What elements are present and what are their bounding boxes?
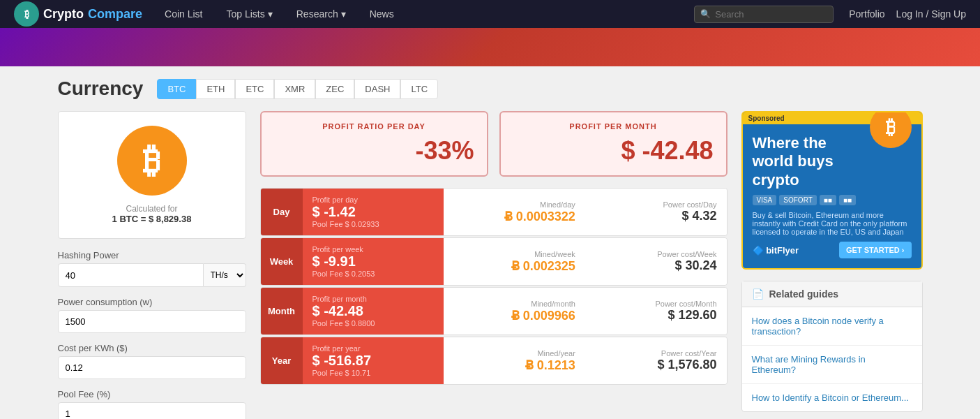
brand-crypto: Crypto <box>43 7 84 22</box>
auth-link[interactable]: Log In / Sign Up <box>896 8 966 20</box>
banner-strip <box>0 28 980 66</box>
mined-value-0: Ƀ 0.0003322 <box>453 209 575 224</box>
power-value-1: $ 30.24 <box>595 258 717 273</box>
profit-label-2: Profit per month <box>312 295 435 303</box>
power-consumption-group: Power consumption (w) <box>58 297 246 333</box>
nav-coin-list[interactable]: Coin List <box>156 8 211 20</box>
ad-footer: 🔷 bitFlyer GET STARTED › <box>753 242 912 258</box>
pool-fee-label: Pool Fee (%) <box>58 389 246 399</box>
period-cell-2: Month <box>261 288 303 335</box>
svg-text:₿: ₿ <box>24 8 29 20</box>
currency-tab-ltc[interactable]: LTC <box>400 79 438 99</box>
pool-fee-input[interactable] <box>58 402 246 419</box>
profit-cell-0: Profit per day $ -1.42 Pool Fee $ 0.0293… <box>303 189 444 235</box>
power-label-3: Power cost/Year <box>595 349 717 358</box>
profit-fee-0: Pool Fee $ 0.02933 <box>312 220 435 228</box>
data-row-month: Month Profit per month $ -42.48 Pool Fee… <box>260 287 728 335</box>
profit-label-1: Profit per week <box>312 245 435 253</box>
period-cell-0: Day <box>261 189 303 235</box>
data-row-week: Week Profit per week $ -9.91 Pool Fee $ … <box>260 237 728 286</box>
profit-month-label: PROFIT PER MONTH <box>513 122 714 131</box>
data-row-day: Day Profit per day $ -1.42 Pool Fee $ 0.… <box>260 188 728 236</box>
guide-link-0[interactable]: How does a Bitcoin node verify a transac… <box>742 307 922 346</box>
period-cell-3: Year <box>261 337 303 384</box>
mined-value-1: Ƀ 0.002325 <box>453 258 575 274</box>
main-content: Currency BTCETHETCXMRZECDASHLTC ₿ Calcul… <box>44 66 937 419</box>
profit-cell-3: Profit per year $ -516.87 Pool Fee $ 10.… <box>303 337 444 384</box>
currency-tab-eth[interactable]: ETH <box>196 79 235 99</box>
currency-tab-etc[interactable]: ETC <box>235 79 274 99</box>
guide-link-1[interactable]: What are Mining Rewards in Ethereum? <box>742 346 922 384</box>
currency-tab-xmr[interactable]: XMR <box>274 79 315 99</box>
content-grid: ₿ Calculated for 1 BTC = $ 8,829.38 Hash… <box>58 111 923 419</box>
power-consumption-label: Power consumption (w) <box>58 297 246 307</box>
power-value-0: $ 4.32 <box>595 209 717 223</box>
document-icon: 📄 <box>752 288 764 300</box>
hashing-power-input-row: TH/s GH/s MH/s <box>58 263 246 287</box>
ad-content: ₿ Where the world buys crypto VISA SOFOR… <box>743 124 921 268</box>
power-label-2: Power cost/Month <box>595 300 717 308</box>
profit-label-3: Profit per year <box>312 344 435 353</box>
coin-icon: ₿ <box>117 126 187 196</box>
profit-cell-2: Profit per month $ -42.48 Pool Fee $ 0.8… <box>303 288 444 335</box>
cost-per-kwh-input[interactable] <box>58 356 246 379</box>
mined-label-2: Mined/month <box>453 300 575 308</box>
profit-fee-3: Pool Fee $ 10.71 <box>312 369 435 377</box>
profit-value-0: $ -1.42 <box>312 204 435 220</box>
nav-research[interactable]: Research ▾ <box>288 8 354 20</box>
power-cell-3: Power cost/Year $ 1,576.80 <box>585 337 727 384</box>
mined-label-3: Mined/year <box>453 349 575 358</box>
hashing-power-group: Hashing Power TH/s GH/s MH/s <box>58 250 246 287</box>
mined-cell-2: Mined/month Ƀ 0.009966 <box>444 288 585 335</box>
coin-calc-label: Calculated for <box>73 204 232 214</box>
currency-tab-dash[interactable]: DASH <box>354 79 400 99</box>
related-guides-card: 📄 Related guides How does a Bitcoin node… <box>741 281 923 412</box>
profit-fee-2: Pool Fee $ 0.8800 <box>312 319 435 328</box>
search-box[interactable]: 🔍 <box>694 6 834 23</box>
mined-cell-1: Mined/week Ƀ 0.002325 <box>444 238 585 285</box>
profit-month-card: PROFIT PER MONTH $ -42.48 <box>499 111 728 177</box>
profit-ratio-card: PROFIT RATIO PER DAY -33% <box>260 111 488 177</box>
power-cell-0: Power cost/Day $ 4.32 <box>585 189 727 235</box>
right-panel: Sponsored ₿ Where the world buys crypto … <box>741 111 923 419</box>
middle-panel: PROFIT RATIO PER DAY -33% PROFIT PER MON… <box>260 111 728 419</box>
ad-card: Sponsored ₿ Where the world buys crypto … <box>741 111 923 270</box>
coin-card: ₿ Calculated for 1 BTC = $ 8,829.38 <box>58 111 246 239</box>
hashing-power-input[interactable] <box>58 263 204 287</box>
currency-tab-btc[interactable]: BTC <box>157 79 196 99</box>
related-guides-header: 📄 Related guides <box>742 281 922 307</box>
hashing-unit-select[interactable]: TH/s GH/s MH/s <box>204 263 246 287</box>
mined-cell-0: Mined/day Ƀ 0.0003322 <box>444 189 585 235</box>
ad-description: Buy & sell Bitcoin, Ethereum and more in… <box>753 211 912 236</box>
guide-link-2[interactable]: How to Identify a Bitcoin or Ethereum... <box>742 384 922 411</box>
period-cell-1: Week <box>261 238 303 285</box>
power-cell-2: Power cost/Month $ 129.60 <box>585 288 727 335</box>
related-guides-title: Related guides <box>769 288 839 300</box>
ad-logo: 🔷 bitFlyer <box>753 245 799 256</box>
left-panel: ₿ Calculated for 1 BTC = $ 8,829.38 Hash… <box>58 111 246 419</box>
nav-news[interactable]: News <box>361 8 402 20</box>
pool-fee-group: Pool Fee (%) <box>58 389 246 419</box>
nav-top-lists[interactable]: Top Lists ▾ <box>218 8 281 20</box>
data-row-year: Year Profit per year $ -516.87 Pool Fee … <box>260 337 728 385</box>
portfolio-link[interactable]: Portfolio <box>849 8 884 20</box>
ad-badges: VISA SOFORT ■■ ■■ <box>753 195 912 205</box>
ad-badge-sofort: SOFORT <box>779 195 816 205</box>
power-label-0: Power cost/Day <box>595 200 717 209</box>
ad-cta-button[interactable]: GET STARTED › <box>839 242 912 258</box>
brand-logo: ₿ <box>14 1 39 27</box>
mined-label-0: Mined/day <box>453 200 575 209</box>
profit-summary: PROFIT RATIO PER DAY -33% PROFIT PER MON… <box>260 111 728 177</box>
profit-month-value: $ -42.48 <box>513 136 714 166</box>
profit-label-0: Profit per day <box>312 196 435 204</box>
guide-links-container: How does a Bitcoin node verify a transac… <box>742 307 922 411</box>
power-consumption-input[interactable] <box>58 310 246 333</box>
power-cell-1: Power cost/Week $ 30.24 <box>585 238 727 285</box>
brand-compare: Compare <box>88 7 142 22</box>
coin-calc-value: 1 BTC = $ 8,829.38 <box>73 214 232 224</box>
search-input[interactable] <box>715 9 827 20</box>
currency-tab-zec[interactable]: ZEC <box>315 79 354 99</box>
data-rows: Day Profit per day $ -1.42 Pool Fee $ 0.… <box>260 188 728 386</box>
power-label-1: Power cost/Week <box>595 250 717 258</box>
page-title: Currency <box>58 78 144 100</box>
